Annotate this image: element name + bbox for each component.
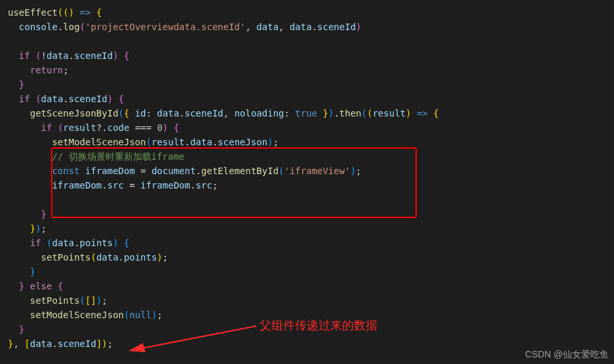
comment-line: // 切换场景时重新加载iframe <box>52 151 184 162</box>
code-block: useEffect(() => { console.log('projectOv… <box>8 5 614 351</box>
watermark: CSDN @仙女爱吃鱼 <box>525 347 609 361</box>
log-string: 'projectOverviewdata.sceneId' <box>85 22 245 32</box>
iframe-id-string: 'iframeView' <box>284 166 351 176</box>
annotation-label: 父组件传递过来的数据 <box>259 318 377 333</box>
